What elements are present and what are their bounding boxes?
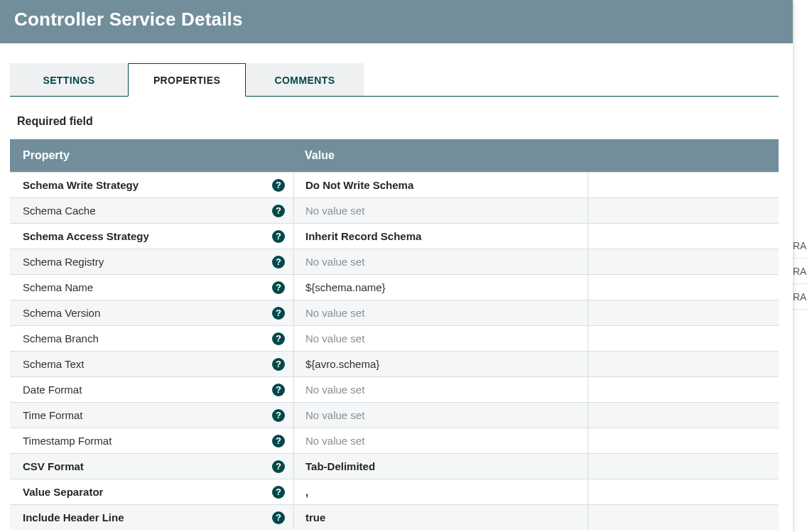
required-field-label: Required field [17, 115, 779, 128]
property-name-cell: Schema Cache? [10, 205, 293, 217]
property-name: Value Separator [23, 486, 272, 498]
background-row: RA [793, 233, 807, 259]
property-name-cell: Value Separator? [10, 486, 293, 499]
property-name: Timestamp Format [23, 435, 272, 447]
help-icon[interactable]: ? [272, 435, 285, 447]
background-row: RA [793, 284, 807, 310]
help-icon[interactable]: ? [272, 486, 285, 499]
dialog-title: Controller Service Details [0, 0, 793, 43]
help-icon[interactable]: ? [272, 307, 285, 320]
property-name: Schema Access Strategy [23, 230, 272, 242]
help-icon[interactable]: ? [272, 511, 285, 524]
help-icon[interactable]: ? [272, 205, 285, 217]
property-value-cell[interactable]: ${avro.schema} [294, 352, 588, 376]
property-value-cell[interactable]: No value set [294, 249, 588, 274]
property-value-cell[interactable]: No value set [294, 326, 588, 351]
property-name-cell: Schema Branch? [10, 332, 293, 345]
property-extra-cell [588, 479, 779, 504]
dialog-body: SETTINGS PROPERTIES COMMENTS Required fi… [0, 43, 793, 532]
property-name-cell: Schema Write Strategy? [10, 179, 293, 192]
property-extra-cell [588, 403, 779, 428]
property-extra-cell [588, 173, 779, 197]
property-row[interactable]: Schema Text?${avro.schema} [10, 351, 779, 376]
property-extra-cell [588, 300, 779, 325]
property-row[interactable]: Date Format?No value set [10, 376, 779, 402]
help-icon[interactable]: ? [272, 230, 285, 243]
property-value-cell[interactable]: No value set [294, 300, 588, 325]
property-value-cell[interactable]: Tab-Delimited [294, 454, 588, 479]
column-header-property: Property [10, 149, 293, 162]
property-name-cell: Schema Version? [10, 307, 293, 320]
property-row[interactable]: Schema Write Strategy?Do Not Write Schem… [10, 172, 779, 197]
property-row[interactable]: Schema Registry?No value set [10, 249, 779, 274]
properties-table-body[interactable]: Schema Write Strategy?Do Not Write Schem… [10, 172, 779, 532]
property-name: Schema Cache [23, 205, 272, 217]
property-row[interactable]: Schema Branch?No value set [10, 325, 779, 351]
property-value-cell[interactable]: No value set [294, 403, 588, 428]
tab-settings[interactable]: SETTINGS [10, 63, 128, 96]
property-value-cell[interactable]: ${schema.name} [294, 275, 588, 300]
property-name-cell: CSV Format? [10, 460, 293, 473]
property-extra-cell [588, 224, 779, 249]
property-value-cell[interactable]: No value set [294, 377, 588, 402]
property-value-cell[interactable]: Do Not Write Schema [294, 173, 588, 197]
property-name: Include Header Line [23, 511, 272, 523]
property-row[interactable]: Value Separator?, [10, 479, 779, 504]
help-icon[interactable]: ? [272, 281, 285, 294]
property-name: Schema Version [23, 307, 272, 319]
property-extra-cell [588, 428, 779, 453]
background-row: RA [793, 259, 807, 284]
property-row[interactable]: Schema Version?No value set [10, 300, 779, 325]
property-name: Schema Name [23, 281, 272, 293]
property-value-cell[interactable]: No value set [294, 198, 588, 223]
tab-properties[interactable]: PROPERTIES [128, 63, 246, 97]
property-name: Schema Branch [23, 332, 272, 344]
properties-table-header: Property Value [10, 139, 779, 172]
property-row[interactable]: Timestamp Format?No value set [10, 428, 779, 453]
property-name: Date Format [23, 384, 272, 396]
property-row[interactable]: CSV Format?Tab-Delimited [10, 453, 779, 479]
help-icon[interactable]: ? [272, 256, 285, 268]
help-icon[interactable]: ? [272, 460, 285, 473]
property-extra-cell [588, 505, 779, 530]
property-name: Time Format [23, 409, 272, 421]
property-extra-cell [588, 249, 779, 274]
tab-comments[interactable]: COMMENTS [246, 63, 364, 96]
property-extra-cell [588, 377, 779, 402]
property-name-cell: Schema Text? [10, 358, 293, 371]
property-row[interactable]: Schema Cache?No value set [10, 197, 779, 223]
help-icon[interactable]: ? [272, 409, 285, 422]
property-value-cell[interactable]: , [294, 479, 588, 504]
controller-service-details-dialog: Controller Service Details SETTINGS PROP… [0, 0, 793, 532]
property-name: CSV Format [23, 460, 272, 472]
column-header-value: Value [293, 149, 779, 162]
property-name-cell: Schema Access Strategy? [10, 230, 293, 243]
property-row[interactable]: Include Header Line?true [10, 504, 779, 530]
property-row[interactable]: Schema Name?${schema.name} [10, 274, 779, 300]
property-value-cell[interactable]: Inherit Record Schema [294, 224, 588, 249]
property-extra-cell [588, 326, 779, 351]
property-name: Schema Write Strategy [23, 179, 272, 191]
property-row[interactable]: Time Format?No value set [10, 402, 779, 428]
property-value-cell[interactable]: true [294, 505, 588, 530]
property-name-cell: Date Format? [10, 384, 293, 396]
help-icon[interactable]: ? [272, 384, 285, 396]
property-name-cell: Schema Registry? [10, 256, 293, 268]
tab-bar: SETTINGS PROPERTIES COMMENTS [10, 63, 779, 97]
property-extra-cell [588, 454, 779, 479]
property-value-cell[interactable]: No value set [294, 428, 588, 453]
property-name: Schema Text [23, 358, 272, 370]
property-extra-cell [588, 275, 779, 300]
property-name-cell: Schema Name? [10, 281, 293, 294]
property-extra-cell [588, 352, 779, 376]
property-extra-cell [588, 198, 779, 223]
property-name-cell: Time Format? [10, 409, 293, 422]
help-icon[interactable]: ? [272, 179, 285, 192]
property-name-cell: Timestamp Format? [10, 435, 293, 447]
properties-table: Property Value Schema Write Strategy?Do … [10, 139, 779, 532]
help-icon[interactable]: ? [272, 332, 285, 345]
property-name: Schema Registry [23, 256, 272, 268]
property-row[interactable]: Schema Access Strategy?Inherit Record Sc… [10, 223, 779, 249]
property-name-cell: Include Header Line? [10, 511, 293, 524]
help-icon[interactable]: ? [272, 358, 285, 371]
